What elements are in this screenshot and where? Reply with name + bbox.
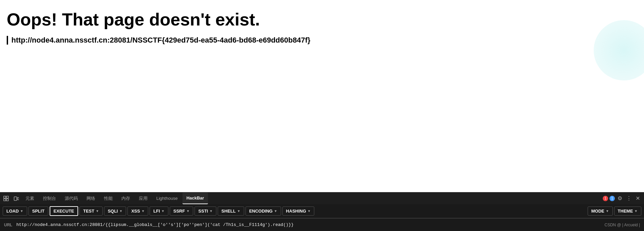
hackbar-url-bar: URL http://node4.anna.nssctf.cn:28081/{{… (0, 218, 644, 231)
test-button[interactable]: TEST ▼ (79, 207, 103, 216)
hashing-arrow: ▼ (308, 209, 311, 213)
shell-button[interactable]: SHELL ▼ (218, 207, 244, 216)
tab-elements[interactable]: 元素 (21, 192, 38, 204)
device-icon[interactable] (11, 192, 21, 204)
svg-rect-1 (6, 196, 8, 198)
devtools-panel: 元素 控制台 源代码 网络 性能 内存 应用 Lighthouse HackBa… (0, 192, 644, 231)
svg-rect-5 (17, 197, 19, 200)
tab-network[interactable]: 网络 (83, 192, 99, 204)
encoding-arrow: ▼ (274, 209, 277, 213)
svg-rect-3 (6, 199, 8, 201)
xss-arrow: ▼ (141, 209, 145, 213)
lfi-arrow: ▼ (161, 209, 165, 213)
hackbar-toolbar: LOAD ▼ SPLIT EXECUTE TEST ▼ SQLI ▼ XSS ▼… (0, 204, 644, 218)
close-icon[interactable]: ✕ (634, 195, 641, 201)
execute-button[interactable]: EXECUTE (50, 206, 78, 216)
url-credits: CSDN @ | Arcueid | (604, 223, 640, 227)
split-button[interactable]: SPLIT (29, 207, 48, 216)
ssti-arrow: ▼ (209, 209, 213, 213)
svg-rect-0 (4, 196, 6, 198)
svg-rect-2 (4, 199, 6, 201)
lfi-button[interactable]: LFI ▼ (150, 207, 168, 216)
theme-button[interactable]: THEME ▼ (614, 207, 641, 216)
ssrf-button[interactable]: SSRF ▼ (170, 207, 194, 216)
url-label: URL (4, 223, 12, 227)
devtools-right-icons: 1 1 ⚙ ⋮ ✕ (603, 195, 641, 201)
ssrf-arrow: ▼ (186, 209, 190, 213)
error-badge: 1 (603, 196, 608, 201)
theme-arrow: ▼ (634, 209, 638, 213)
tab-lighthouse[interactable]: Lighthouse (152, 192, 182, 204)
shell-arrow: ▼ (237, 209, 240, 213)
inspect-icon[interactable] (1, 192, 11, 204)
sqli-arrow: ▼ (119, 209, 122, 213)
error-url: http://node4.anna.nssctf.cn:28081/NSSCTF… (7, 36, 637, 45)
ssti-button[interactable]: SSTI ▼ (195, 207, 216, 216)
load-button[interactable]: LOAD ▼ (3, 207, 27, 216)
sqli-button[interactable]: SQLI ▼ (104, 207, 126, 216)
test-arrow: ▼ (96, 209, 99, 213)
hashing-button[interactable]: HASHING ▼ (282, 207, 315, 216)
url-input[interactable]: http://node4.anna.nssctf.cn:28081/{{lips… (16, 222, 605, 227)
svg-rect-4 (14, 197, 17, 200)
tab-application[interactable]: 应用 (135, 192, 152, 204)
tab-performance[interactable]: 性能 (100, 192, 117, 204)
more-icon[interactable]: ⋮ (625, 195, 633, 201)
mode-arrow: ▼ (606, 209, 609, 213)
mode-button[interactable]: MODE ▼ (588, 207, 613, 216)
xss-button[interactable]: XSS ▼ (127, 207, 148, 216)
devtools-tabs: 元素 控制台 源代码 网络 性能 内存 应用 Lighthouse HackBa… (0, 192, 644, 204)
error-title: Oops! That page doesn't exist. (7, 10, 637, 29)
settings-icon[interactable]: ⚙ (616, 195, 624, 201)
tab-sources[interactable]: 源代码 (61, 192, 82, 204)
warning-badge: 1 (609, 196, 615, 201)
main-content: Oops! That page doesn't exist. http://no… (0, 0, 644, 192)
tab-hackbar[interactable]: HackBar (182, 192, 208, 204)
tab-memory[interactable]: 内存 (117, 192, 134, 204)
encoding-button[interactable]: ENCODING ▼ (246, 207, 281, 216)
load-arrow: ▼ (20, 209, 23, 213)
tab-console[interactable]: 控制台 (39, 192, 60, 204)
